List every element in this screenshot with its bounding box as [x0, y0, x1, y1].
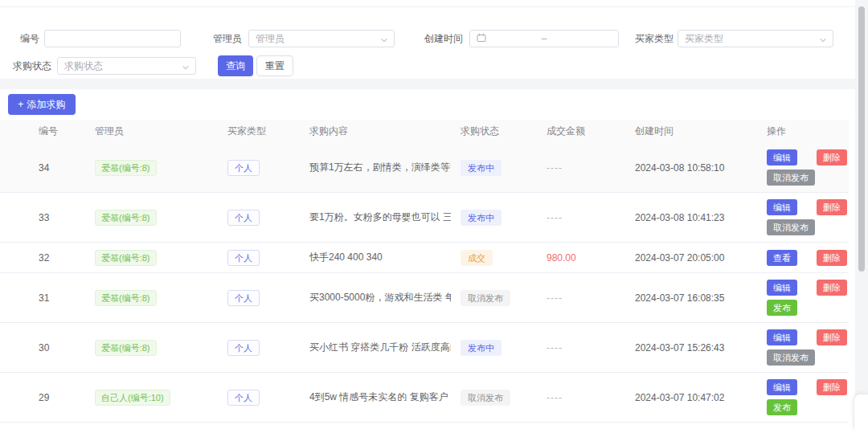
actions-cell: 编辑删除取消发布 — [757, 323, 849, 372]
admin-tag: 爱慕(编号:8) — [95, 160, 157, 176]
created-time-cell: 2024-03-08 10:58:10 — [625, 162, 757, 174]
buyer-type-tag: 个人 — [227, 390, 260, 406]
edit-button[interactable]: 编辑 — [767, 379, 797, 395]
edit-button[interactable]: 编辑 — [767, 329, 797, 345]
status-cell: 发布中 — [451, 210, 537, 226]
status-tag: 取消发布 — [461, 290, 510, 306]
unpublish-button[interactable]: 取消发布 — [767, 170, 815, 186]
deal-amount: ---- — [547, 342, 563, 353]
row-id-cell: 29 — [0, 392, 85, 403]
chevron-down-icon — [182, 63, 190, 74]
scrollbar-thumb[interactable] — [858, 6, 865, 272]
action-buttons: 编辑删除取消发布 — [767, 143, 849, 192]
created-time-cell: 2024-03-07 15:26:43 — [625, 342, 757, 353]
publish-button[interactable]: 发布 — [767, 399, 797, 415]
add-purchase-label: 添加求购 — [27, 99, 66, 110]
delete-button[interactable]: 删除 — [817, 250, 847, 266]
edit-button[interactable]: 编辑 — [767, 280, 797, 296]
status-filter-select[interactable]: 求购状态 — [57, 57, 196, 75]
deal-amount: ---- — [547, 392, 563, 403]
amount-cell: ---- — [537, 212, 625, 223]
buyer-type-cell: 个人 — [218, 340, 300, 356]
add-purchase-button[interactable]: +添加求购 — [8, 94, 76, 115]
action-buttons: 编辑删除取消发布 — [767, 423, 849, 429]
unpublish-button[interactable]: 取消发布 — [767, 219, 815, 235]
delete-button[interactable]: 删除 — [817, 199, 847, 215]
status-cell: 成交 — [451, 250, 537, 266]
status-tag: 发布中 — [461, 210, 502, 226]
admin-filter-select[interactable]: 管理员 — [248, 30, 395, 47]
delete-button[interactable]: 删除 — [817, 149, 847, 165]
deal-amount: ---- — [547, 212, 563, 223]
plus-icon: + — [18, 98, 24, 110]
edit-button[interactable]: 编辑 — [767, 199, 797, 215]
status-tag: 发布中 — [461, 160, 502, 176]
deal-amount: ---- — [547, 292, 563, 304]
content-cell: 买小红书 穿搭类几千粉 活跃度高的 — [300, 341, 451, 354]
content-cell: 买3000-5000粉，游戏和生活类 年轻粉男女平等 — [300, 291, 451, 304]
admin-tag: 爱慕(编号:8) — [95, 210, 157, 226]
table-row: 29自己人(编号:10)个人4到5w 情感号未实名的 复购客户取消发布----2… — [0, 373, 849, 423]
publish-button[interactable]: 发布 — [767, 300, 797, 316]
buyer-type-cell: 个人 — [218, 290, 300, 306]
column-header-7: 操作 — [757, 125, 849, 138]
query-button[interactable]: 查询 — [218, 55, 253, 76]
delete-button[interactable]: 删除 — [817, 379, 847, 395]
chevron-down-icon — [380, 35, 388, 47]
floating-panel-edge — [854, 394, 868, 429]
reset-button[interactable]: 重置 — [256, 55, 293, 76]
buyer-type-tag: 个人 — [227, 210, 260, 226]
created-date-range[interactable]: – — [469, 30, 619, 47]
status-tag: 取消发布 — [461, 390, 510, 406]
action-buttons: 编辑删除发布 — [767, 373, 849, 422]
unpublish-button[interactable]: 取消发布 — [767, 349, 815, 366]
table-row: 28自己人(编号:10)个人15w 粉丝 不看画像 价格低于8K 实名更改或者.… — [0, 423, 849, 429]
column-header-3: 求购内容 — [300, 125, 451, 138]
amount-cell: ---- — [537, 392, 625, 403]
amount-cell: ---- — [537, 162, 625, 174]
created-time-cell: 2024-03-07 10:47:02 — [625, 392, 757, 403]
column-header-4: 求购状态 — [451, 125, 537, 138]
column-header-0: 编号 — [0, 125, 85, 138]
table-row: 33爱慕(编号:8)个人要1万粉。女粉多的母婴也可以 三无或者违规...发布中-… — [0, 193, 849, 243]
actions-cell: 编辑删除取消发布 — [757, 423, 849, 429]
buyer-type-select[interactable]: 买家类型 — [678, 30, 833, 47]
status-filter-label: 求购状态 — [13, 57, 51, 75]
buyer-type-cell: 个人 — [218, 160, 300, 176]
table-body: 34爱慕(编号:8)个人预算1万左右，剧情类，演绎类等等 重度活跃...发布中-… — [0, 143, 849, 429]
status-cell: 取消发布 — [451, 390, 537, 406]
status-cell: 发布中 — [451, 160, 537, 176]
vertical-scrollbar[interactable] — [855, 0, 868, 429]
id-filter-input[interactable] — [44, 30, 181, 47]
actions-cell: 编辑删除取消发布 — [757, 193, 849, 242]
delete-button[interactable]: 删除 — [817, 329, 847, 345]
admin-cell: 爱慕(编号:8) — [85, 290, 218, 306]
buyer-filter-label: 买家类型 — [635, 30, 674, 47]
purchase-list-card: +添加求购 编号管理员买家类型求购内容求购状态成交金额创建时间操作 34爱慕(编… — [0, 89, 855, 429]
table-row: 31爱慕(编号:8)个人买3000-5000粉，游戏和生活类 年轻粉男女平等取消… — [0, 273, 849, 323]
buyer-type-cell: 个人 — [218, 210, 300, 226]
admin-cell: 爱慕(编号:8) — [85, 210, 218, 226]
buyer-type-cell: 个人 — [218, 390, 300, 406]
column-header-5: 成交金额 — [537, 125, 625, 138]
id-filter-label: 编号 — [20, 30, 39, 47]
amount-cell: ---- — [537, 292, 625, 304]
buyer-type-tag: 个人 — [227, 290, 260, 306]
admin-cell: 爱慕(编号:8) — [85, 250, 218, 266]
actions-cell: 编辑删除取消发布 — [757, 143, 849, 192]
row-id-cell: 33 — [0, 212, 85, 223]
status-tag: 成交 — [461, 250, 493, 266]
view-button[interactable]: 查看 — [767, 250, 797, 266]
delete-button[interactable]: 删除 — [817, 280, 847, 296]
purchase-request-admin-page: 编号 管理员 管理员 创建时间 – 买家类型 买家类型 求购状态 求购状态 — [0, 0, 868, 429]
actions-cell: 编辑删除发布 — [757, 373, 849, 422]
created-time-cell: 2024-03-08 10:41:23 — [625, 212, 757, 223]
buyer-select-placeholder: 买家类型 — [685, 32, 723, 46]
status-cell: 取消发布 — [451, 290, 537, 306]
edit-button[interactable]: 编辑 — [767, 149, 797, 165]
buyer-type-tag: 个人 — [227, 160, 260, 176]
status-cell: 发布中 — [451, 340, 537, 356]
table-row: 34爱慕(编号:8)个人预算1万左右，剧情类，演绎类等等 重度活跃...发布中-… — [0, 143, 849, 193]
amount-cell: ---- — [537, 342, 625, 353]
admin-cell: 爱慕(编号:8) — [85, 340, 218, 356]
